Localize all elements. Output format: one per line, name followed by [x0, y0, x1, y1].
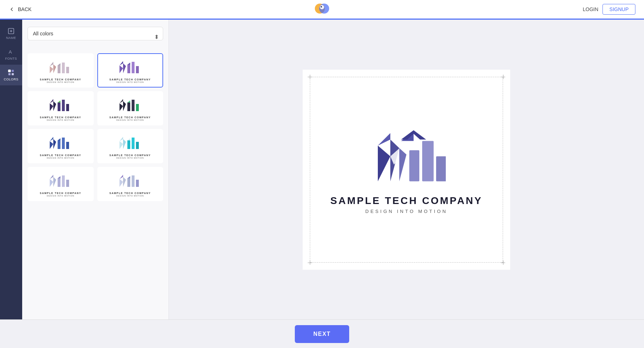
- svg-rect-31: [66, 104, 69, 111]
- corner-br: [501, 260, 505, 265]
- logo-card-4-tagline: DESIGN INTO MOTION: [116, 119, 144, 121]
- svg-rect-74: [422, 141, 434, 182]
- svg-marker-48: [123, 139, 126, 149]
- logo-card-8[interactable]: SAMPLE TECH COMPANY DESIGN INTO MOTION: [97, 167, 164, 201]
- mini-logo-6: [116, 135, 145, 152]
- logo-card-1[interactable]: SAMPLE TECH COMPANY DESIGN INTO MOTION: [28, 53, 94, 88]
- color-filter-wrapper: All colors Blue Purple Green Teal Red ⬍: [28, 27, 163, 47]
- svg-marker-25: [127, 63, 130, 65]
- svg-marker-26: [50, 103, 53, 111]
- svg-rect-30: [62, 100, 65, 111]
- svg-marker-68: [378, 146, 390, 182]
- brand-logo: [313, 2, 331, 16]
- svg-marker-42: [50, 137, 53, 141]
- svg-marker-14: [50, 62, 53, 66]
- svg-marker-32: [58, 100, 60, 103]
- logo-card-3-name: SAMPLE TECH COMPANY: [40, 116, 81, 119]
- svg-marker-62: [123, 177, 126, 187]
- logo-card-1-tagline: DESIGN INTO MOTION: [47, 81, 74, 83]
- svg-marker-20: [123, 63, 126, 73]
- logo-grid: SAMPLE TECH COMPANY DESIGN INTO MOTION S…: [28, 53, 163, 201]
- svg-marker-13: [53, 64, 56, 73]
- sidebar-item-colors[interactable]: COLORS: [0, 65, 22, 85]
- svg-point-3: [321, 6, 322, 8]
- logo-card-1-name: SAMPLE TECH COMPANY: [40, 78, 81, 81]
- svg-rect-73: [409, 150, 419, 182]
- color-filter-select[interactable]: All colors Blue Purple Green Teal Red: [28, 27, 163, 40]
- logo-card-5[interactable]: SAMPLE TECH COMPANY DESIGN INTO MOTION: [28, 129, 94, 163]
- svg-rect-36: [127, 103, 130, 111]
- logo-card-6-name: SAMPLE TECH COMPANY: [109, 154, 151, 156]
- sidebar-item-fonts[interactable]: A FONTS: [0, 44, 22, 65]
- svg-rect-37: [132, 100, 135, 111]
- svg-marker-27: [53, 101, 56, 111]
- svg-marker-33: [119, 103, 123, 111]
- mini-logo-7: [46, 173, 75, 190]
- svg-marker-55: [53, 177, 56, 187]
- svg-rect-50: [127, 140, 130, 149]
- svg-marker-39: [127, 100, 130, 103]
- corner-tr: [501, 75, 505, 79]
- logo-card-7[interactable]: SAMPLE TECH COMPANY DESIGN INTO MOTION: [28, 167, 94, 201]
- svg-rect-59: [66, 180, 69, 187]
- svg-rect-11: [12, 73, 14, 75]
- logo-card-4-name: SAMPLE TECH COMPANY: [109, 116, 151, 119]
- logo-card-4[interactable]: SAMPLE TECH COMPANY DESIGN INTO MOTION: [97, 91, 164, 125]
- logo-card-6[interactable]: SAMPLE TECH COMPANY DESIGN INTO MOTION: [97, 129, 164, 163]
- svg-marker-72: [399, 148, 406, 182]
- svg-marker-47: [119, 141, 123, 149]
- logo-card-2[interactable]: SAMPLE TECH COMPANY DESIGN INTO MOTION: [97, 53, 164, 88]
- sidebar-colors-label: COLORS: [4, 78, 18, 81]
- fonts-icon: A: [8, 48, 15, 55]
- svg-rect-75: [436, 156, 446, 182]
- logo-card-5-tagline: DESIGN INTO MOTION: [47, 157, 74, 159]
- mini-logo-3: [46, 97, 75, 114]
- signup-button[interactable]: SIGNUP: [602, 4, 635, 15]
- login-button[interactable]: LOGIN: [583, 6, 599, 12]
- svg-rect-24: [136, 66, 139, 73]
- svg-rect-51: [132, 138, 135, 149]
- svg-rect-29: [58, 103, 60, 111]
- svg-marker-28: [50, 99, 53, 103]
- back-button[interactable]: BACK: [9, 6, 31, 13]
- mini-logo-4: [116, 97, 145, 114]
- svg-rect-9: [12, 70, 14, 72]
- svg-rect-16: [62, 63, 65, 73]
- svg-rect-66: [136, 180, 139, 187]
- mini-logo-5: [46, 135, 75, 152]
- mini-logo-2: [116, 59, 145, 76]
- logo-card-3[interactable]: SAMPLE TECH COMPANY DESIGN INTO MOTION: [28, 91, 94, 125]
- colors-icon: [8, 69, 15, 76]
- logo-card-5-name: SAMPLE TECH COMPANY: [40, 154, 81, 156]
- preview-canvas: SAMPLE TECH COMPANY DESIGN INTO MOTION: [303, 70, 510, 270]
- preview-area: SAMPLE TECH COMPANY DESIGN INTO MOTION: [169, 20, 644, 319]
- svg-marker-56: [50, 175, 53, 179]
- name-icon: [8, 28, 15, 35]
- logo-card-6-tagline: DESIGN INTO MOTION: [116, 157, 144, 159]
- preview-tagline: DESIGN INTO MOTION: [365, 209, 448, 214]
- logo-card-2-tagline: DESIGN INTO MOTION: [116, 81, 144, 83]
- svg-rect-45: [66, 142, 69, 149]
- logo-card-2-name: SAMPLE TECH COMPANY: [109, 78, 151, 81]
- svg-marker-70: [378, 133, 390, 146]
- sidebar-item-name[interactable]: NAME: [0, 23, 22, 44]
- corner-tl: [308, 75, 312, 79]
- topbar: BACK LOGIN SIGNUP: [0, 0, 644, 20]
- svg-rect-15: [58, 65, 60, 73]
- next-button[interactable]: NEXT: [295, 325, 350, 343]
- svg-marker-67: [127, 176, 130, 178]
- svg-marker-61: [119, 179, 123, 187]
- auth-buttons: LOGIN SIGNUP: [583, 4, 635, 15]
- sidebar-fonts-label: FONTS: [5, 57, 17, 60]
- logo-card-7-tagline: DESIGN INTO MOTION: [47, 195, 74, 197]
- svg-marker-46: [58, 138, 60, 140]
- svg-marker-53: [127, 138, 130, 140]
- logo-icon: [313, 2, 331, 15]
- svg-marker-40: [50, 141, 53, 149]
- svg-rect-58: [62, 175, 65, 187]
- svg-marker-19: [119, 65, 123, 73]
- svg-rect-38: [136, 104, 139, 111]
- mini-logo-1: [46, 59, 75, 76]
- svg-point-2: [320, 5, 324, 9]
- logo-card-7-name: SAMPLE TECH COMPANY: [40, 192, 81, 194]
